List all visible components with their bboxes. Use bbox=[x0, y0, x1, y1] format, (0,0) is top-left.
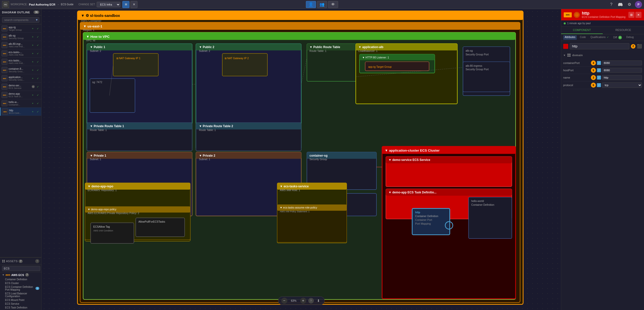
subtab-code[interactable]: Code bbox=[578, 35, 587, 40]
assets-group-header[interactable]: ▼ aws AWS ECS 7 bbox=[2, 273, 39, 277]
sidebar-item-icon-application: aws bbox=[2, 75, 8, 81]
prop-input-name[interactable] bbox=[602, 75, 642, 80]
alb-sg-check-icon[interactable]: ✓ bbox=[36, 35, 40, 39]
prop-info-name[interactable]: I bbox=[597, 76, 601, 80]
component-color-swatch[interactable] bbox=[563, 44, 568, 49]
sidebar-item-demo-ser[interactable]: aws demo-ser... ECS Service − ✓ bbox=[0, 83, 41, 91]
container-8-plus-icon[interactable]: + bbox=[31, 68, 35, 72]
assets-group-count: 7 bbox=[25, 273, 29, 277]
ecs-tasks-2-check-icon[interactable]: ✓ bbox=[36, 60, 40, 64]
prop-select-protocol[interactable]: tcp udp bbox=[602, 82, 642, 88]
prop-input-container-port[interactable] bbox=[602, 60, 642, 65]
demo-app-check-icon[interactable]: ✓ bbox=[36, 93, 40, 97]
alb-sg-plus-icon[interactable]: + bbox=[31, 35, 35, 39]
changeset-select[interactable]: ECS Infra ECS Guide bbox=[97, 2, 120, 7]
assets-item-ecs-mount[interactable]: ECS Mount Point bbox=[2, 298, 39, 302]
prop-num-host-port[interactable]: 5 bbox=[591, 68, 596, 73]
assets-item-ecs-cluster[interactable]: ECS Cluster bbox=[2, 281, 39, 285]
sidebar-item-alb-sg[interactable]: aws alb-sg Security Group + ✓ bbox=[0, 33, 41, 41]
prop-info-host-port[interactable]: I bbox=[597, 68, 601, 72]
sidebar-item-text-alb-80-ingr: alb-80-ingr... AWS IAM Poli... bbox=[9, 43, 30, 48]
sidebar-item-ecs-tasks-2[interactable]: aws ecs-tasks... AWS IAM Poli... + ✓ bbox=[0, 58, 41, 66]
sidebar-item-alb-80-ingr[interactable]: aws alb-80-ingr... AWS IAM Poli... + ✓ bbox=[0, 41, 41, 49]
discord-button[interactable] bbox=[617, 1, 624, 8]
component-3d-icon[interactable]: ⬛ bbox=[637, 44, 642, 49]
history-button[interactable]: H bbox=[122, 1, 129, 8]
demo-ser-check-icon[interactable]: ✓ bbox=[36, 85, 40, 89]
prop-num-protocol[interactable]: 6 bbox=[591, 83, 596, 88]
alb-80-plus-icon[interactable]: + bbox=[31, 43, 35, 47]
workspace-section: PE WORKSPACE: Paul Authoring ECR → ECS G… bbox=[2, 1, 74, 8]
sidebar-item-hello-w[interactable]: aws hello-w... Container... + ✓ bbox=[0, 99, 41, 108]
app-tg-plus-icon[interactable]: + bbox=[31, 26, 35, 30]
prop-info-container-port[interactable]: I bbox=[597, 61, 601, 65]
ecs-tasks-check-icon[interactable]: ✓ bbox=[36, 51, 40, 55]
tab-component[interactable]: COMPONENT bbox=[561, 26, 603, 34]
container-8-check-icon[interactable]: ✓ bbox=[36, 68, 40, 72]
zoom-download-button[interactable]: ⬇ bbox=[316, 298, 321, 303]
assets-item-ecs-container-port-mapping[interactable]: ECS Container Definition Port Mapping 1 bbox=[2, 285, 39, 292]
aws-text: aws bbox=[566, 14, 569, 16]
clear-icon: ✕ bbox=[133, 3, 135, 6]
component-name-input[interactable] bbox=[570, 43, 629, 49]
tab-resource[interactable]: RESOURCE bbox=[603, 26, 644, 34]
sidebar-item-http[interactable]: aws http ECS Cont... + ✓ bbox=[0, 108, 41, 116]
http-check-icon[interactable]: ✓ bbox=[36, 110, 40, 114]
ecs-tasks-2-plus-icon[interactable]: + bbox=[31, 60, 35, 64]
app-tg-check-icon[interactable]: ✓ bbox=[36, 26, 40, 30]
subtab-attributes[interactable]: Attributes bbox=[563, 35, 577, 40]
prop-num-name[interactable]: 3 bbox=[591, 75, 596, 80]
component-name-row: 2 ⬛ bbox=[563, 43, 642, 49]
assets-group-aws-icon: aws bbox=[6, 273, 10, 276]
subtab-debug[interactable]: Debug bbox=[625, 35, 635, 40]
prop-info-protocol[interactable]: I bbox=[597, 83, 601, 87]
user-avatar[interactable]: P bbox=[635, 1, 642, 8]
sidebar-item-application[interactable]: aws application... Security Grou... + ✓ bbox=[0, 74, 41, 83]
application-check-icon[interactable]: ✓ bbox=[36, 76, 40, 80]
http-plus-icon[interactable]: + bbox=[31, 110, 35, 114]
hello-w-check-icon[interactable]: ✓ bbox=[36, 101, 40, 105]
assets-item-container-definition[interactable]: Container Definition bbox=[2, 278, 39, 281]
sidebar-filter-icon[interactable]: ▼ bbox=[35, 18, 38, 22]
prop-input-host-port[interactable] bbox=[602, 68, 642, 73]
zoom-help-button[interactable]: ? bbox=[308, 298, 314, 303]
sidebar-item-app-tg[interactable]: aws app-tg Target Group + ✓ bbox=[0, 24, 41, 33]
panel-close-button[interactable]: ✕ bbox=[635, 12, 641, 18]
hello-w-plus-icon[interactable]: + bbox=[31, 101, 35, 105]
ecs-tasks-plus-icon[interactable]: + bbox=[31, 51, 35, 55]
assets-item-ecs-lb[interactable]: ECS Load Balancer Configuration bbox=[2, 292, 39, 298]
settings-button[interactable]: ⚙ bbox=[626, 1, 633, 8]
sidebar-item-demo-app[interactable]: aws demo-app ECS Task D... + ✓ bbox=[0, 91, 41, 99]
svg-text:ECR/AWS: Repository: 1: ECR/AWS: Repository: 1 bbox=[88, 189, 117, 192]
demo-ser-minus-icon[interactable]: − bbox=[32, 85, 35, 88]
component-badge-number[interactable]: 2 bbox=[631, 44, 635, 49]
help-button[interactable]: ? bbox=[608, 1, 615, 8]
sidebar-item-text-demo-app: demo-app ECS Task D... bbox=[9, 92, 30, 98]
assets-item-ecs-service[interactable]: ECS Service bbox=[2, 302, 39, 306]
zoom-out-button[interactable]: − bbox=[281, 298, 287, 304]
application-plus-icon[interactable]: + bbox=[31, 76, 35, 80]
nav-users-button[interactable]: 👥 bbox=[317, 1, 327, 8]
subtab-diff[interactable]: Diff + bbox=[612, 35, 623, 40]
assets-search-input[interactable] bbox=[2, 266, 40, 271]
zoom-in-button[interactable]: + bbox=[300, 298, 306, 304]
nav-diagram-button[interactable]: 👤 bbox=[306, 1, 316, 8]
assets-item-ecs-task-definition[interactable]: ECS Task Definition bbox=[2, 306, 39, 309]
sidebar-outline-header: DIAGRAM OUTLINE 36 bbox=[0, 9, 41, 16]
subtab-qualifications[interactable]: Qualifications ✓ bbox=[589, 35, 610, 40]
demo-app-plus-icon[interactable]: + bbox=[31, 93, 35, 97]
assets-help-button[interactable]: ? bbox=[35, 259, 39, 263]
sidebar-item-ecs-tasks[interactable]: aws ecs-tasks-... AWS IAM Role + ✓ bbox=[0, 49, 41, 58]
panel-maximize-button[interactable]: ⊞ bbox=[628, 12, 634, 18]
canvas-area[interactable]: ▼ ⚙ sl-tools-sandbox AWS Container ▼ us-… bbox=[42, 9, 561, 310]
svg-text:⊞: ⊞ bbox=[576, 14, 578, 16]
sidebar-item-text-app-tg: app-tg Target Group bbox=[9, 26, 30, 31]
sidebar-search-input[interactable] bbox=[2, 17, 39, 23]
diagram-svg[interactable]: ▼ ⚙ sl-tools-sandbox AWS Container ▼ us-… bbox=[42, 9, 561, 310]
prop-num-container-port[interactable]: 4 bbox=[591, 60, 596, 65]
nav-view-button[interactable]: 👁 bbox=[328, 1, 338, 8]
alb-80-check-icon[interactable]: ✓ bbox=[36, 43, 40, 47]
domain-header[interactable]: ▼ domain bbox=[563, 52, 642, 58]
sidebar-item-container-8[interactable]: aws container-8... Security Grou... + ✓ bbox=[0, 66, 41, 74]
clear-button[interactable]: ✕ bbox=[130, 1, 137, 8]
